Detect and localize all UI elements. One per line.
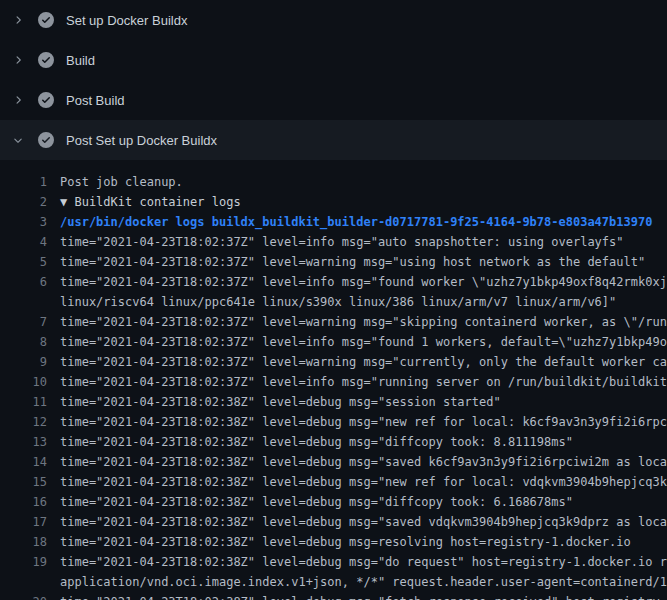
line-text: application/vnd.oci.image.index.v1+json,… — [47, 572, 667, 592]
line-text: ▼ BuildKit container logs — [47, 192, 241, 212]
line-text: time="2021-04-23T18:02:38Z" level=debug … — [47, 432, 573, 452]
line-number[interactable]: 4 — [0, 232, 47, 252]
line-number[interactable]: 3 — [0, 212, 47, 232]
step-header[interactable]: Post Build — [0, 80, 667, 120]
chevron-right-icon[interactable] — [10, 12, 26, 28]
log-line: 11 time="2021-04-23T18:02:38Z" level=deb… — [0, 392, 667, 412]
check-circle-icon — [38, 92, 54, 108]
line-text: time="2021-04-23T18:02:38Z" level=debug … — [47, 552, 667, 572]
line-number[interactable]: 2 — [0, 192, 47, 212]
line-number[interactable]: 9 — [0, 352, 47, 372]
line-text: time="2021-04-23T18:02:38Z" level=debug … — [47, 452, 667, 472]
log-line: 18 time="2021-04-23T18:02:38Z" level=deb… — [0, 532, 667, 552]
step-header[interactable]: Build — [0, 40, 667, 80]
check-circle-icon — [38, 12, 54, 28]
log-line: 8 time="2021-04-23T18:02:37Z" level=info… — [0, 332, 667, 352]
line-number[interactable]: 13 — [0, 432, 47, 452]
chevron-right-icon[interactable] — [10, 92, 26, 108]
line-number[interactable]: 11 — [0, 392, 47, 412]
chevron-down-icon[interactable] — [10, 132, 26, 148]
log-line: linux/riscv64 linux/ppc641e linux/s390x … — [0, 292, 667, 312]
step-section: Build — [0, 40, 667, 80]
line-text: time="2021-04-23T18:02:38Z" level=debug … — [47, 532, 631, 552]
line-number[interactable] — [0, 572, 47, 592]
line-number[interactable]: 5 — [0, 252, 47, 272]
line-number[interactable]: 10 — [0, 372, 47, 392]
step-section: Post Build — [0, 80, 667, 120]
log-line: 4 time="2021-04-23T18:02:37Z" level=info… — [0, 232, 667, 252]
log-line: 19 time="2021-04-23T18:02:38Z" level=deb… — [0, 552, 667, 572]
line-text: time="2021-04-23T18:02:37Z" level=info m… — [47, 232, 624, 252]
line-number[interactable]: 8 — [0, 332, 47, 352]
log-line: 20 time="2021-04-23T18:02:38Z" level=deb… — [0, 592, 667, 600]
line-text: time="2021-04-23T18:02:38Z" level=debug … — [47, 392, 501, 412]
line-number[interactable] — [0, 292, 47, 312]
log-line: application/vnd.oci.image.index.v1+json,… — [0, 572, 667, 592]
line-number[interactable]: 17 — [0, 512, 47, 532]
line-text: time="2021-04-23T18:02:38Z" level=debug … — [47, 592, 667, 600]
line-text: time="2021-04-23T18:02:38Z" level=debug … — [47, 412, 667, 432]
step-logs: 1 Post job cleanup. 2 ▼ BuildKit contain… — [0, 160, 667, 600]
log-line: 1 Post job cleanup. — [0, 172, 667, 192]
log-line: 9 time="2021-04-23T18:02:37Z" level=warn… — [0, 352, 667, 372]
step-title: Post Set up Docker Buildx — [66, 133, 217, 148]
log-line: 16 time="2021-04-23T18:02:38Z" level=deb… — [0, 492, 667, 512]
line-text: time="2021-04-23T18:02:37Z" level=warnin… — [47, 252, 645, 272]
line-number[interactable]: 7 — [0, 312, 47, 332]
line-number[interactable]: 20 — [0, 592, 47, 600]
line-text: Post job cleanup. — [47, 172, 183, 192]
log-line: 10 time="2021-04-23T18:02:37Z" level=inf… — [0, 372, 667, 392]
step-header[interactable]: Post Set up Docker Buildx — [0, 120, 667, 160]
line-number[interactable]: 6 — [0, 272, 47, 292]
log-line: 3 /usr/bin/docker logs buildx_buildkit_b… — [0, 212, 667, 232]
log-line: 15 time="2021-04-23T18:02:38Z" level=deb… — [0, 472, 667, 492]
line-text: time="2021-04-23T18:02:37Z" level=info m… — [47, 272, 667, 292]
log-line: 12 time="2021-04-23T18:02:38Z" level=deb… — [0, 412, 667, 432]
check-circle-icon — [38, 52, 54, 68]
line-text: linux/riscv64 linux/ppc641e linux/s390x … — [47, 292, 616, 312]
line-number[interactable]: 19 — [0, 552, 47, 572]
log-line: 17 time="2021-04-23T18:02:38Z" level=deb… — [0, 512, 667, 532]
step-header[interactable]: Set up Docker Buildx — [0, 0, 667, 40]
line-number[interactable]: 16 — [0, 492, 47, 512]
step-title: Post Build — [66, 93, 125, 108]
line-text: time="2021-04-23T18:02:38Z" level=debug … — [47, 512, 667, 532]
line-text: time="2021-04-23T18:02:37Z" level=info m… — [47, 372, 667, 392]
check-circle-icon — [38, 132, 54, 148]
log-line: 7 time="2021-04-23T18:02:37Z" level=warn… — [0, 312, 667, 332]
line-number[interactable]: 12 — [0, 412, 47, 432]
step-section: Set up Docker Buildx — [0, 0, 667, 40]
line-number[interactable]: 1 — [0, 172, 47, 192]
line-text: time="2021-04-23T18:02:37Z" level=info m… — [47, 332, 667, 352]
line-number[interactable]: 18 — [0, 532, 47, 552]
log-line: 13 time="2021-04-23T18:02:38Z" level=deb… — [0, 432, 667, 452]
step-section: Post Set up Docker Buildx 1 Post job cle… — [0, 120, 667, 600]
actions-log-viewer: Set up Docker Buildx Build — [0, 0, 667, 600]
log-line: 5 time="2021-04-23T18:02:37Z" level=warn… — [0, 252, 667, 272]
command-line-text: /usr/bin/docker logs buildx_buildkit_bui… — [47, 212, 652, 232]
line-text: time="2021-04-23T18:02:38Z" level=debug … — [47, 492, 573, 512]
line-number[interactable]: 14 — [0, 452, 47, 472]
line-text: time="2021-04-23T18:02:37Z" level=warnin… — [47, 312, 667, 332]
line-text: time="2021-04-23T18:02:37Z" level=warnin… — [47, 352, 667, 372]
line-text: time="2021-04-23T18:02:38Z" level=debug … — [47, 472, 667, 492]
log-line: 2 ▼ BuildKit container logs — [0, 192, 667, 212]
log-line: 6 time="2021-04-23T18:02:37Z" level=info… — [0, 272, 667, 292]
log-line: 14 time="2021-04-23T18:02:38Z" level=deb… — [0, 452, 667, 472]
line-number[interactable]: 15 — [0, 472, 47, 492]
chevron-right-icon[interactable] — [10, 52, 26, 68]
step-title: Build — [66, 53, 95, 68]
step-list: Set up Docker Buildx Build — [0, 0, 667, 600]
step-title: Set up Docker Buildx — [66, 13, 187, 28]
